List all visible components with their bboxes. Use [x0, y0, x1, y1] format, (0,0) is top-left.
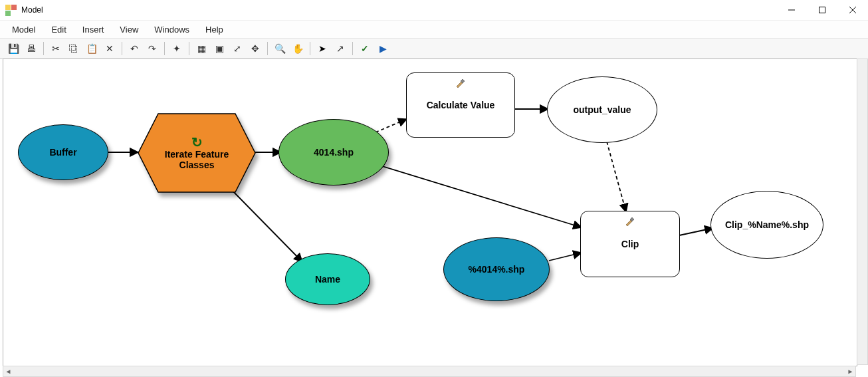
node-clip-label: Clip — [621, 239, 639, 249]
toolbar-separator — [310, 42, 310, 55]
auto-layout-icon[interactable]: ▦ — [193, 41, 209, 57]
window-title: Model — [21, 5, 43, 15]
maximize-button[interactable] — [807, 0, 837, 20]
maximize-icon — [819, 7, 825, 13]
select-icon[interactable]: ➤ — [314, 41, 330, 57]
vertical-scrollbar[interactable] — [857, 59, 868, 365]
redo-icon[interactable]: ↷ — [144, 41, 160, 57]
toolbar-separator — [267, 42, 268, 55]
menu-windows[interactable]: Windows — [148, 23, 196, 37]
print-icon[interactable]: 🖶 — [23, 41, 39, 57]
menubar: Model Edit Insert View Windows Help — [0, 21, 868, 39]
node-name[interactable]: Name — [285, 253, 370, 305]
zoom-icon[interactable]: 🔍 — [272, 41, 288, 57]
node-clip[interactable]: Clip — [580, 211, 680, 277]
node-iterate-label: Iterate Feature Classes — [138, 149, 255, 170]
hammer-icon — [625, 215, 635, 226]
paste-icon[interactable]: 📋 — [84, 41, 100, 57]
node-buffer-label: Buffer — [49, 147, 76, 158]
hammer-icon — [455, 77, 466, 88]
copy-icon[interactable]: ⿻ — [66, 41, 82, 57]
node-clip-output[interactable]: Clip_%Name%.shp — [710, 191, 823, 259]
menu-view[interactable]: View — [113, 23, 145, 37]
node-varshp-label: %4014%.shp — [469, 264, 525, 275]
validate-icon[interactable]: ✓ — [357, 41, 373, 57]
cut-icon[interactable]: ✂ — [48, 41, 64, 57]
menu-help[interactable]: Help — [199, 23, 230, 37]
svg-rect-1 — [819, 7, 825, 13]
menu-insert[interactable]: Insert — [76, 23, 111, 37]
minimize-button[interactable] — [776, 0, 807, 20]
node-name-label: Name — [315, 274, 340, 285]
full-extent-icon[interactable]: ▣ — [211, 41, 227, 57]
edge-varshp-clip — [549, 253, 582, 261]
edge-output-clip — [607, 142, 626, 212]
toolbar-separator — [352, 42, 353, 55]
model-canvas[interactable]: Buffer ↻ Iterate Feature Classes 4014.sh… — [3, 59, 857, 366]
add-data-icon[interactable]: ✦ — [169, 41, 185, 57]
iterator-icon: ↻ — [191, 136, 203, 149]
delete-icon[interactable]: ✕ — [102, 41, 118, 57]
canvas-area: Buffer ↻ Iterate Feature Classes 4014.sh… — [0, 59, 868, 377]
node-output-value-label: output_value — [573, 104, 631, 115]
app-icon — [5, 4, 17, 16]
close-button[interactable] — [837, 0, 868, 20]
node-varshp[interactable]: %4014%.shp — [443, 237, 550, 301]
scroll-right-arrow-icon[interactable]: ► — [845, 366, 855, 376]
scroll-left-arrow-icon[interactable]: ◄ — [3, 366, 13, 376]
zoom-in-extent-icon[interactable]: ⤢ — [229, 41, 245, 57]
toolbar-separator — [164, 42, 165, 55]
horizontal-scrollbar[interactable]: ◄ ► — [3, 366, 856, 377]
zoom-out-extent-icon[interactable]: ✥ — [247, 41, 263, 57]
edge-iterate-name — [231, 189, 302, 262]
node-iterate[interactable]: ↻ Iterate Feature Classes — [138, 114, 255, 192]
minimize-icon — [788, 7, 795, 13]
node-output-value[interactable]: output_value — [547, 76, 657, 143]
edge-shp-calc — [376, 119, 407, 132]
connect-icon[interactable]: ↗ — [332, 41, 348, 57]
node-4014shp-label: 4014.shp — [314, 147, 354, 158]
node-calc-value[interactable]: Calculate Value — [406, 72, 515, 138]
toolbar-separator — [189, 42, 189, 55]
titlebar: Model — [0, 0, 868, 21]
toolbar-separator — [43, 42, 44, 55]
toolbar-separator — [122, 42, 122, 55]
node-buffer[interactable]: Buffer — [18, 124, 108, 180]
edge-shp-clip — [380, 166, 582, 227]
toolbar: 💾🖶✂⿻📋✕↶↷✦▦▣⤢✥🔍✋➤↗✓▶ — [0, 39, 868, 59]
menu-edit[interactable]: Edit — [45, 23, 72, 37]
undo-icon[interactable]: ↶ — [126, 41, 142, 57]
save-icon[interactable]: 💾 — [5, 41, 21, 57]
run-icon[interactable]: ▶ — [375, 41, 391, 57]
close-icon — [849, 7, 856, 13]
node-calc-label: Calculate Value — [427, 100, 495, 110]
node-4014shp[interactable]: 4014.shp — [278, 119, 389, 186]
menu-model[interactable]: Model — [5, 23, 42, 37]
edge-clip-out — [679, 228, 713, 235]
node-clip-output-label: Clip_%Name%.shp — [725, 219, 809, 230]
pan-icon[interactable]: ✋ — [290, 41, 306, 57]
